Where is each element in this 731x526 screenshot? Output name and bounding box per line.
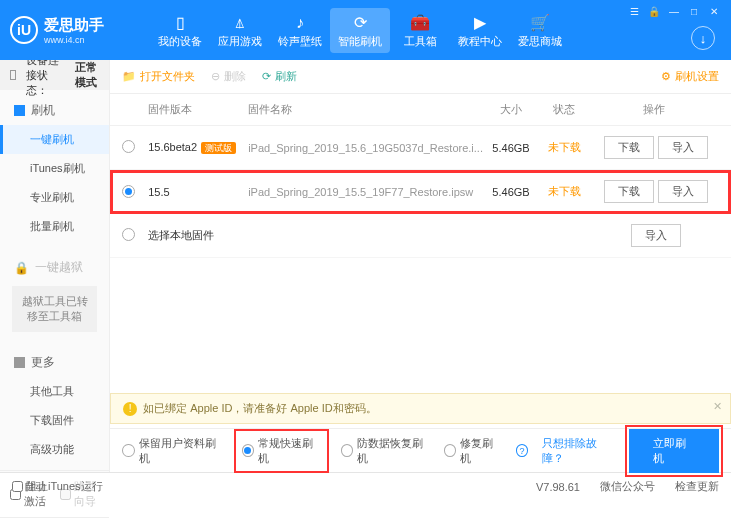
jailbreak-note: 越狱工具已转移至工具箱 — [12, 286, 97, 332]
import-button[interactable]: 导入 — [658, 180, 708, 203]
music-icon: ♪ — [270, 12, 330, 34]
nav-tools[interactable]: 🧰工具箱 — [390, 8, 450, 53]
row-radio[interactable] — [122, 140, 135, 153]
sidebar-item-oneclick[interactable]: 一键刷机 — [0, 125, 109, 154]
appleid-notice: ! 如已绑定 Apple ID，请准备好 Apple ID和密码。 ✕ — [110, 393, 731, 424]
cart-icon: 🛒 — [510, 12, 570, 34]
connection-status: 设备连接状态：正常模式 — [0, 60, 109, 90]
import-button[interactable]: 导入 — [631, 224, 681, 247]
header-version: 固件版本 — [148, 102, 248, 117]
folder-icon: 📁 — [122, 70, 136, 83]
lock-icon[interactable]: 🔒 — [645, 4, 663, 18]
row-radio[interactable] — [122, 228, 135, 241]
check-update-link[interactable]: 检查更新 — [675, 479, 719, 494]
header-ops: 操作 — [589, 102, 719, 117]
header-name: 固件名称 — [248, 102, 483, 117]
open-folder-button[interactable]: 📁打开文件夹 — [122, 69, 195, 84]
phone-icon: ▯ — [150, 12, 210, 34]
wechat-link[interactable]: 微信公众号 — [600, 479, 655, 494]
app-logo: iU — [10, 16, 38, 44]
section-more[interactable]: 更多 — [0, 348, 109, 377]
mode-keep-data[interactable]: 保留用户资料刷机 — [122, 436, 222, 466]
apps-icon: ⍋ — [210, 12, 270, 34]
maximize-button[interactable]: □ — [685, 4, 703, 18]
toolbox-icon: 🧰 — [390, 12, 450, 34]
troubleshoot-link[interactable]: 只想排除故障？ — [542, 436, 615, 466]
close-notice-button[interactable]: ✕ — [713, 400, 722, 413]
mode-normal[interactable]: 常规快速刷机 — [236, 431, 327, 471]
close-button[interactable]: ✕ — [705, 4, 723, 18]
header-size: 大小 — [483, 102, 539, 117]
sidebar-item-pro[interactable]: 专业刷机 — [0, 183, 109, 212]
section-flash[interactable]: 刷机 — [0, 96, 109, 125]
warning-icon: ! — [123, 402, 137, 416]
refresh-icon: ⟳ — [330, 12, 390, 34]
download-button[interactable]: 下载 — [604, 180, 654, 203]
delete-icon: ⊖ — [211, 70, 220, 83]
firmware-row-selected[interactable]: 15.5 iPad_Spring_2019_15.5_19F77_Restore… — [110, 170, 731, 214]
minimize-button[interactable]: — — [665, 4, 683, 18]
menu-icon[interactable]: ☰ — [625, 4, 643, 18]
refresh-button[interactable]: ⟳刷新 — [262, 69, 297, 84]
brand-name: 爱思助手 — [44, 16, 104, 35]
delete-button[interactable]: ⊖删除 — [211, 69, 246, 84]
nav-store[interactable]: 🛒爱思商城 — [510, 8, 570, 53]
block-itunes-checkbox[interactable]: 阻止iTunes运行 — [12, 479, 103, 494]
help-icon[interactable]: ? — [516, 444, 528, 457]
mode-anti-recover[interactable]: 防数据恢复刷机 — [341, 436, 430, 466]
sidebar-item-other[interactable]: 其他工具 — [0, 377, 109, 406]
download-indicator-icon[interactable]: ↓ — [691, 26, 715, 50]
beta-tag: 测试版 — [201, 142, 236, 154]
flash-now-button[interactable]: 立即刷机 — [629, 429, 719, 473]
flash-settings-button[interactable]: ⚙刷机设置 — [661, 69, 719, 84]
play-icon: ▶ — [450, 12, 510, 34]
sidebar-item-advanced[interactable]: 高级功能 — [0, 435, 109, 464]
nav-flash[interactable]: ⟳智能刷机 — [330, 8, 390, 53]
header-status: 状态 — [539, 102, 589, 117]
download-button[interactable]: 下载 — [604, 136, 654, 159]
brand-url: www.i4.cn — [44, 35, 104, 45]
section-jailbreak[interactable]: 🔒一键越狱 — [0, 253, 109, 282]
gear-icon: ⚙ — [661, 70, 671, 83]
sidebar-item-batch[interactable]: 批量刷机 — [0, 212, 109, 241]
mode-repair[interactable]: 修复刷机 — [444, 436, 502, 466]
sidebar-item-downloadfw[interactable]: 下载固件 — [0, 406, 109, 435]
nav-ringtone[interactable]: ♪铃声壁纸 — [270, 8, 330, 53]
device-card[interactable]: iPad Air 3 64GB iPad — [0, 517, 109, 526]
refresh-icon: ⟳ — [262, 70, 271, 83]
device-icon — [10, 70, 16, 80]
nav-my-device[interactable]: ▯我的设备 — [150, 8, 210, 53]
firmware-row[interactable]: 15.6beta2测试版 iPad_Spring_2019_15.6_19G50… — [110, 126, 731, 170]
row-radio[interactable] — [122, 185, 135, 198]
import-button[interactable]: 导入 — [658, 136, 708, 159]
nav-apps[interactable]: ⍋应用游戏 — [210, 8, 270, 53]
sidebar-item-itunes[interactable]: iTunes刷机 — [0, 154, 109, 183]
nav-tutorial[interactable]: ▶教程中心 — [450, 8, 510, 53]
version-label: V7.98.61 — [536, 481, 580, 493]
local-firmware-row[interactable]: 选择本地固件 导入 — [110, 214, 731, 258]
